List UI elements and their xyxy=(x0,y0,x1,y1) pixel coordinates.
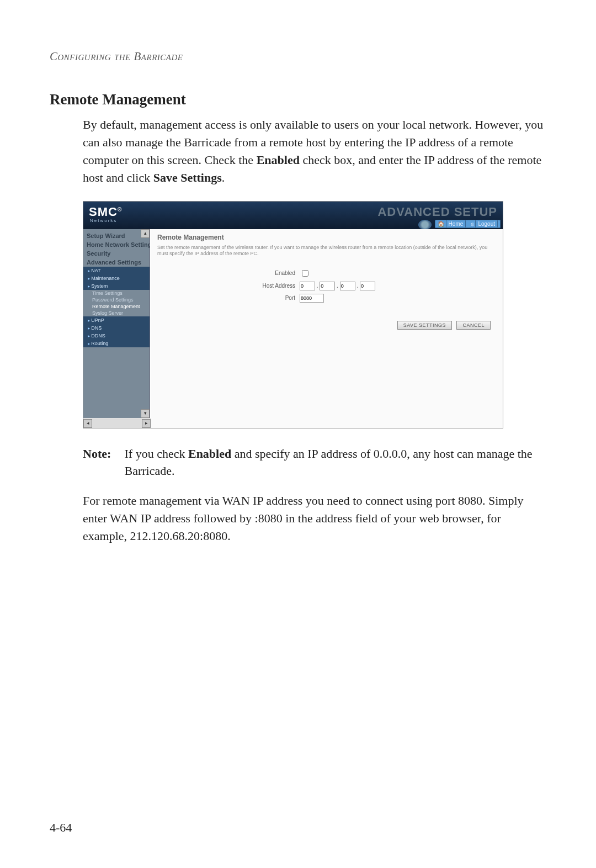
advanced-setup-label: ADVANCED SETUP xyxy=(377,205,497,219)
host-ip-octet-2[interactable] xyxy=(320,282,335,290)
scroll-right-button[interactable]: ▸ xyxy=(142,419,151,428)
intro-bold-enabled: Enabled xyxy=(257,153,300,167)
smc-logo-subtext: Networks xyxy=(90,218,117,223)
horizontal-scrollbar[interactable]: ◂ ▸ xyxy=(83,419,151,428)
note-body: If you check Enabled and specify an IP a… xyxy=(125,445,544,480)
scroll-down-button[interactable]: ▾ xyxy=(141,409,150,418)
intro-text-3: . xyxy=(222,171,225,184)
note-text-1: If you check xyxy=(125,447,188,461)
sidebar-group-advanced[interactable]: Advanced Settings xyxy=(83,258,150,267)
page-number: 4-64 xyxy=(50,821,72,835)
scroll-up-button[interactable]: ▴ xyxy=(141,229,150,238)
row-enabled: Enabled xyxy=(157,268,496,278)
enabled-checkbox[interactable] xyxy=(302,270,308,277)
button-row: SAVE SETTINGS CANCEL xyxy=(157,319,496,330)
note-label: Note: xyxy=(83,445,121,463)
router-admin-screenshot: SMC® Networks ADVANCED SETUP 🏠 Home ⎋ Lo… xyxy=(83,201,503,428)
sidebar-item-dns[interactable]: DNS xyxy=(83,324,150,332)
sidebar-group-home-network[interactable]: Home Network Settings xyxy=(83,240,150,249)
smc-logo: SMC® xyxy=(89,205,122,219)
label-enabled: Enabled xyxy=(157,270,300,276)
sidebar-sub-time[interactable]: Time Settings xyxy=(83,290,150,297)
row-host-address: Host Address . . . xyxy=(157,282,496,290)
sidebar-sub-remote-management[interactable]: Remote Management xyxy=(83,303,150,310)
cancel-button[interactable]: CANCEL xyxy=(456,321,491,330)
content-title: Remote Management xyxy=(157,234,496,241)
smc-logo-text: SMC xyxy=(89,205,118,219)
header-links: 🏠 Home ⎋ Logout xyxy=(418,220,501,230)
save-settings-button[interactable]: SAVE SETTINGS xyxy=(397,321,452,330)
content-pane: Remote Management Set the remote managem… xyxy=(151,229,503,428)
sidebar-group-security[interactable]: Security xyxy=(83,249,150,258)
sidebar-group-setup-wizard[interactable]: Setup Wizard xyxy=(83,231,150,240)
dot-sep: . xyxy=(315,283,320,289)
intro-bold-save: Save Settings xyxy=(153,171,222,184)
sidebar: ▴ Setup Wizard Home Network Settings Sec… xyxy=(83,229,150,418)
intro-paragraph: By default, management access is only av… xyxy=(83,116,546,187)
sidebar-item-ddns[interactable]: DDNS xyxy=(83,332,150,340)
dot-sep: . xyxy=(335,283,339,289)
note-block: Note: If you check Enabled and specify a… xyxy=(83,445,546,480)
label-port: Port xyxy=(157,295,300,301)
label-host-address: Host Address xyxy=(157,283,300,289)
home-link[interactable]: 🏠 Home ⎋ Logout xyxy=(435,220,501,228)
sidebar-item-maintenance[interactable]: Maintenance xyxy=(83,274,150,282)
home-link-label: Home xyxy=(446,220,466,228)
host-ip-octet-4[interactable] xyxy=(360,282,375,290)
note-bold-enabled: Enabled xyxy=(188,447,231,461)
content-description: Set the remote management of the wireles… xyxy=(157,245,496,257)
dot-sep: . xyxy=(355,283,360,289)
row-port: Port xyxy=(157,294,496,303)
sidebar-item-upnp[interactable]: UPnP xyxy=(83,316,150,324)
host-ip-octet-3[interactable] xyxy=(340,282,355,290)
section-title: Remote Management xyxy=(50,91,546,108)
scroll-left-button[interactable]: ◂ xyxy=(83,419,92,428)
closing-paragraph: For remote management via WAN IP address… xyxy=(83,492,546,545)
screenshot-header: SMC® Networks ADVANCED SETUP 🏠 Home ⎋ Lo… xyxy=(83,202,503,229)
sidebar-sub-syslog[interactable]: Syslog Server xyxy=(83,310,150,316)
logout-link-label: Logout xyxy=(475,220,498,228)
host-ip-octet-1[interactable] xyxy=(300,282,315,290)
sidebar-item-nat[interactable]: NAT xyxy=(83,267,150,274)
port-input[interactable] xyxy=(300,294,324,303)
sidebar-sub-password[interactable]: Password Settings xyxy=(83,297,150,303)
globe-icon xyxy=(418,220,432,230)
page-running-header: Configuring the Barricade xyxy=(50,50,546,63)
sidebar-item-routing[interactable]: Routing xyxy=(83,340,150,347)
sidebar-item-system[interactable]: System xyxy=(83,282,150,290)
